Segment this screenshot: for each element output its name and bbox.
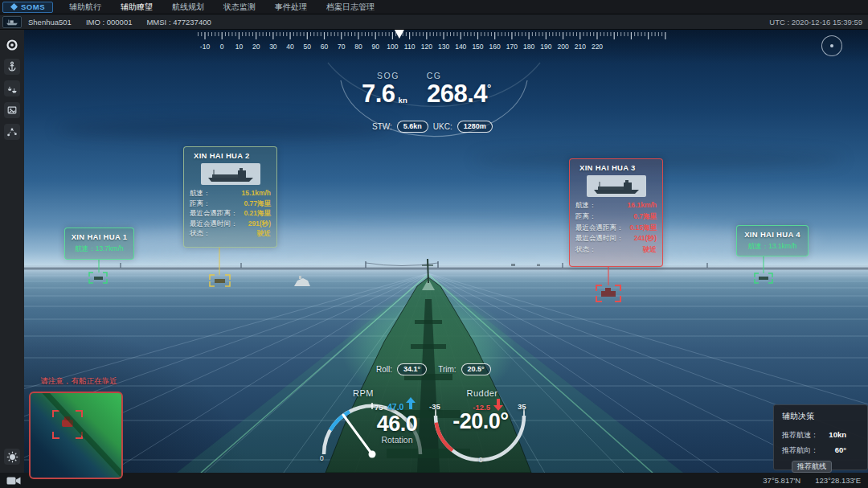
trim-badge: 20.5°: [461, 363, 491, 375]
approach-alert-text: 请注意，有船正在靠近: [31, 376, 127, 387]
brightness-icon[interactable]: [4, 449, 20, 465]
rpm-caption: Rotation: [363, 435, 431, 445]
svg-text:70: 70: [338, 43, 346, 51]
recommended-speed-row: 推荐航速： 10kn: [782, 430, 859, 441]
recommended-speed-value: 10kn: [829, 430, 846, 441]
alert-camera-thumbnail[interactable]: [29, 392, 123, 479]
row-label: 航速：: [575, 200, 596, 211]
route-icon[interactable]: [4, 124, 20, 140]
rpm-value: 46.0: [363, 412, 431, 437]
soms-logo-label: SOMS: [21, 2, 45, 11]
target-speed: 航速：13.1km/h: [737, 242, 808, 252]
svg-text:100: 100: [387, 43, 398, 51]
ukc-label: UKC:: [433, 122, 452, 131]
svg-text:60: 60: [321, 43, 329, 51]
fleet-icon[interactable]: [4, 80, 20, 96]
target-name: XIN HAI HUA 1: [65, 232, 133, 241]
svg-text:130: 130: [438, 43, 449, 51]
target-icon[interactable]: [4, 37, 20, 53]
row-value: 驶近: [643, 244, 657, 256]
trim-label: Trim:: [438, 365, 456, 374]
snapshot-icon[interactable]: [4, 102, 20, 118]
svg-text:180: 180: [523, 43, 534, 51]
camera-icon[interactable]: [6, 476, 21, 486]
svg-text:110: 110: [404, 43, 416, 51]
svg-text:20: 20: [252, 43, 260, 51]
status-bar: 37°5.817'N 123°28.133'E: [0, 473, 868, 488]
row-value: 0.7海里: [633, 211, 657, 223]
rudder-value: -20.0°: [442, 409, 519, 434]
roll-badge: 34.1°: [397, 363, 427, 375]
mmsi-number: MMSI : 477237400: [146, 18, 211, 27]
menu-item-aux-lookout[interactable]: 辅助瞭望: [117, 1, 156, 14]
target-card-xin-hai-hua-1[interactable]: XIN HAI HUA 1 航速：13.7km/h: [64, 228, 134, 260]
target-bracket-2: [210, 248, 230, 286]
svg-text:50: 50: [304, 43, 312, 51]
target-rows: 航速：15.1km/h 距离：0.77海里 最近会遇距离：0.21海里 最近会遇…: [184, 185, 276, 239]
row-label: 最近会遇时间：: [575, 233, 624, 244]
rudder-left-label: -35: [429, 402, 440, 411]
horizon-bridge: [24, 261, 868, 270]
svg-text:80: 80: [354, 43, 362, 51]
row-value: 0.21海里: [244, 208, 271, 219]
target-card-xin-hai-hua-4[interactable]: XIN HAI HUA 4 航速：13.1km/h: [736, 225, 809, 256]
row-value: 15.1km/h: [242, 188, 271, 199]
rpm-set-value: 47.0: [387, 402, 403, 412]
menu-item-event-handling[interactable]: 事件处理: [272, 1, 310, 14]
anchor-icon[interactable]: [4, 59, 20, 75]
target-card-xin-hai-hua-2[interactable]: XIN HAI HUA 2 航速：15.1km/h 距离：0.77海里 最近会遇…: [183, 146, 277, 248]
target-name: XIN HAI HUA 2: [184, 151, 276, 160]
row-value: 291(秒): [248, 219, 271, 229]
menu-item-status-monitoring[interactable]: 状态监测: [220, 1, 259, 14]
rpm-up-arrow-icon: [406, 397, 416, 410]
recommended-route-button[interactable]: 推荐航线: [792, 461, 832, 473]
tool-sidebar: [0, 30, 24, 473]
target-bracket-3: [596, 267, 620, 301]
ship-silhouette-icon: [588, 177, 645, 196]
row-label: 距离：: [190, 199, 211, 209]
svg-text:10: 10: [235, 43, 244, 51]
cg-unit: °: [487, 82, 491, 94]
locate-button[interactable]: [821, 35, 842, 56]
rpm-title: RPM: [341, 388, 386, 398]
utc-clock: UTC : 2020-12-16 15:39:59: [769, 18, 862, 27]
svg-text:190: 190: [540, 43, 551, 51]
soms-logo[interactable]: SOMS: [2, 2, 53, 13]
menu-bar: SOMS 辅助航行 辅助瞭望 航线规划 状态监测 事件处理 档案日志管理: [0, 0, 868, 14]
stw-label: STW:: [372, 122, 392, 131]
stw-badge: 5.6kn: [397, 121, 428, 133]
row-label: 状态：: [190, 228, 211, 239]
rpm-min-label: 0: [320, 454, 324, 462]
menu-item-aux-navigation[interactable]: 辅助航行: [66, 1, 104, 14]
row-label: 最近会遇时间：: [190, 219, 238, 229]
menu-item-archive-log[interactable]: 档案日志管理: [323, 1, 378, 14]
recommended-course-value: 60°: [835, 445, 846, 456]
svg-text:220: 220: [592, 43, 603, 51]
recommended-course-row: 推荐航向： 60°: [782, 445, 859, 456]
row-value: 241(秒): [634, 233, 657, 244]
target-card-xin-hai-hua-3[interactable]: XIN HAI HUA 3 航速：16.1km/h 距离：0.7海里 最近会遇距…: [569, 158, 663, 267]
row-label: 最近会遇距离：: [190, 208, 238, 219]
target-name: XIN HAI HUA 3: [570, 163, 662, 172]
target-speed: 航速：13.7km/h: [65, 244, 133, 254]
sog-value: 7.6: [362, 80, 395, 109]
recommended-course-label: 推荐航向：: [782, 445, 818, 456]
svg-text:0: 0: [220, 43, 224, 51]
svg-text:210: 210: [575, 43, 586, 51]
target-name: XIN HAI HUA 4: [737, 230, 808, 239]
row-value: 驶近: [257, 228, 271, 239]
ship-info-bar: Shenhua501 IMO : 000001 MMSI : 477237400…: [0, 14, 868, 30]
target-thumbnail: [587, 175, 646, 197]
svg-text:30: 30: [269, 43, 277, 51]
cg-value: 268.4: [427, 80, 487, 109]
row-value: 0.77海里: [244, 199, 271, 209]
menu-item-route-planning[interactable]: 航线规划: [169, 1, 207, 14]
svg-text:160: 160: [489, 43, 501, 51]
svg-text:150: 150: [472, 43, 483, 51]
sog-unit: kn: [399, 96, 407, 105]
roll-label: Roll:: [376, 365, 392, 374]
target-thumbnail: [201, 163, 260, 185]
svg-text:170: 170: [506, 43, 518, 51]
own-ship-photo-icon[interactable]: [2, 16, 22, 28]
cg-readout: 268.4 °: [427, 80, 491, 109]
